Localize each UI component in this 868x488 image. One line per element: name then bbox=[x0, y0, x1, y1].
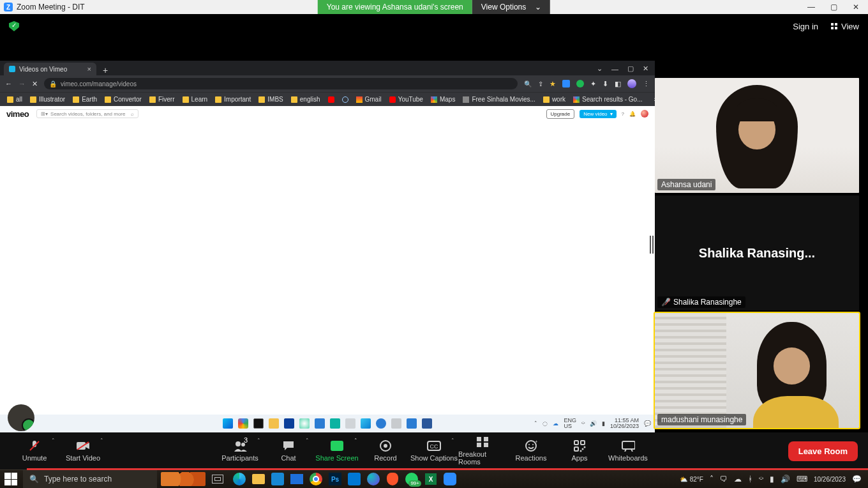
store-app-icon[interactable] bbox=[269, 472, 286, 486]
browser-close-button[interactable]: ✕ bbox=[643, 65, 648, 73]
whatsapp-app-icon[interactable]: 99+ bbox=[403, 472, 420, 486]
explorer-app-icon[interactable] bbox=[250, 472, 267, 486]
bookmark-fiverr[interactable]: Fiverr bbox=[147, 96, 177, 103]
bookmark-important[interactable]: Important bbox=[213, 96, 253, 103]
browser-menu-button[interactable]: ⋮ bbox=[643, 80, 650, 88]
vimeo-avatar[interactable] bbox=[641, 110, 648, 118]
task-view-button[interactable] bbox=[209, 472, 226, 486]
participants-button[interactable]: 3 ˄ Participants bbox=[216, 432, 264, 469]
bell-icon[interactable]: 🔔 bbox=[629, 111, 636, 117]
participants-caret-icon[interactable]: ˄ bbox=[257, 438, 260, 444]
ext-2-icon[interactable] bbox=[576, 80, 584, 88]
shared-tray-icon[interactable]: ◌ bbox=[542, 420, 548, 427]
onedrive-icon[interactable]: ☁ bbox=[734, 475, 742, 484]
browser-maximize-button[interactable]: ▢ bbox=[627, 65, 634, 73]
taskbar-date[interactable]: 10/26/2023 bbox=[814, 476, 846, 483]
breakout-rooms-button[interactable]: Breakout Rooms bbox=[458, 432, 507, 469]
brave-app-icon[interactable] bbox=[384, 472, 401, 486]
edge-app-icon[interactable] bbox=[231, 472, 248, 486]
bookmark-illustrator[interactable]: Illustrator bbox=[28, 96, 67, 103]
tab-close-button[interactable]: × bbox=[87, 65, 91, 73]
chat-caret-icon[interactable]: ˄ bbox=[306, 438, 309, 444]
chrome-app-icon[interactable] bbox=[308, 472, 324, 486]
shared-settings-icon[interactable] bbox=[391, 418, 401, 429]
weather-widget[interactable]: ⛅82°F bbox=[680, 476, 703, 483]
search-highlight-icon[interactable] bbox=[161, 472, 206, 486]
nav-stop-icon[interactable]: ✕ bbox=[32, 80, 38, 88]
download-icon[interactable]: ⬇ bbox=[602, 80, 608, 88]
bookmark-gmail[interactable]: Gmail bbox=[354, 96, 384, 103]
audio-options-caret-icon[interactable]: ˄ bbox=[52, 438, 55, 444]
new-video-button[interactable]: New video▾ bbox=[580, 110, 616, 118]
self-view-avatar[interactable] bbox=[8, 404, 34, 431]
shared-start-button[interactable] bbox=[223, 418, 233, 429]
side-panel-icon[interactable]: ◧ bbox=[615, 80, 621, 88]
shared-explorer-icon[interactable] bbox=[269, 418, 279, 429]
unmute-button[interactable]: ˄ Unmute bbox=[10, 432, 59, 469]
url-field[interactable]: 🔒 vimeo.com/manage/videos bbox=[44, 78, 518, 89]
bookmark-earth[interactable]: Earth bbox=[71, 96, 99, 103]
shared-app-icon[interactable] bbox=[345, 418, 355, 429]
browser-tab-active[interactable]: Videos on Vimeo × bbox=[4, 63, 96, 75]
bookmark-all[interactable]: all bbox=[5, 96, 24, 103]
vscode-app-icon[interactable] bbox=[346, 472, 363, 486]
photoshop-app-icon[interactable]: Ps bbox=[327, 472, 343, 486]
shared-store-icon[interactable] bbox=[284, 418, 294, 429]
video-options-caret-icon[interactable]: ˄ bbox=[100, 438, 103, 444]
start-button[interactable] bbox=[3, 472, 19, 486]
leave-room-button[interactable]: Leave Room bbox=[788, 441, 858, 461]
shared-word-icon[interactable] bbox=[422, 418, 432, 429]
sign-in-button[interactable]: Sign in bbox=[793, 22, 818, 31]
bookmark-maps[interactable]: Maps bbox=[429, 96, 457, 103]
bookmark-learn[interactable]: Learn bbox=[181, 96, 210, 103]
shared-app-icon[interactable] bbox=[330, 418, 340, 429]
bookmark-yt-icon[interactable] bbox=[326, 96, 336, 103]
captions-button[interactable]: ˄ CC Show Captions bbox=[410, 432, 458, 469]
encryption-shield-icon[interactable] bbox=[9, 21, 19, 31]
shared-edge-icon[interactable] bbox=[361, 418, 371, 429]
vimeo-search-input[interactable]: ⊞▾Search videos, folders, and more ⌕ bbox=[36, 109, 138, 118]
shared-onedrive-icon[interactable]: ☁ bbox=[553, 420, 558, 427]
notifications-icon[interactable]: 💬 bbox=[852, 475, 862, 484]
shared-app-icon[interactable] bbox=[407, 418, 417, 429]
nav-back-button[interactable]: ← bbox=[5, 80, 12, 88]
record-button[interactable]: Record bbox=[361, 432, 410, 469]
canva-app-icon[interactable] bbox=[365, 472, 382, 486]
tab-search-icon[interactable]: ⌄ bbox=[597, 65, 602, 73]
share-page-icon[interactable]: ⇪ bbox=[538, 80, 543, 88]
start-video-button[interactable]: ˄ Start Video bbox=[59, 432, 107, 469]
shared-battery-icon[interactable]: ▮ bbox=[602, 420, 605, 427]
captions-caret-icon[interactable]: ˄ bbox=[451, 438, 454, 444]
shared-mail-icon[interactable] bbox=[315, 418, 325, 429]
bookmark-imbs[interactable]: IMBS bbox=[257, 96, 285, 103]
shared-tray-chevron-icon[interactable]: ˄ bbox=[534, 420, 537, 427]
participant-tile-3[interactable]: madushani munasinghe bbox=[655, 313, 859, 428]
excel-app-icon[interactable]: X bbox=[423, 472, 439, 486]
shared-language-indicator[interactable]: ENGUS bbox=[564, 418, 576, 429]
wifi-icon[interactable]: ⌔ bbox=[759, 475, 763, 484]
bookmark-search-results[interactable]: Search results - Go... bbox=[571, 96, 644, 103]
meet-now-icon[interactable]: 🗨 bbox=[720, 475, 728, 484]
shared-app-icon[interactable] bbox=[299, 418, 310, 429]
extensions-icon[interactable]: ✦ bbox=[590, 80, 596, 88]
participant-tile-1[interactable]: Ashansa udani bbox=[655, 78, 859, 193]
view-options-button[interactable]: View Options ⌄ bbox=[472, 0, 550, 14]
language-icon[interactable]: ⌨ bbox=[797, 475, 807, 484]
mail-app-icon[interactable] bbox=[288, 472, 305, 486]
bookmark-work[interactable]: work bbox=[541, 96, 567, 103]
participant-tile-2[interactable]: Shalika Ranasing... 🎤̸ Shalika Ranasingh… bbox=[655, 195, 859, 310]
bookmark-star-icon[interactable]: ★ bbox=[550, 80, 556, 88]
reactions-button[interactable]: + Reactions bbox=[507, 432, 555, 469]
shared-notifications-icon[interactable]: 💬 bbox=[644, 420, 651, 427]
nav-forward-button[interactable]: → bbox=[19, 80, 26, 88]
bookmark-movies[interactable]: Free Sinhala Movies... bbox=[461, 96, 537, 103]
shared-volume-icon[interactable]: 🔊 bbox=[590, 420, 597, 427]
vimeo-logo[interactable]: vimeo bbox=[6, 109, 29, 119]
ext-1-icon[interactable] bbox=[562, 80, 570, 88]
shared-app-icon[interactable] bbox=[238, 418, 248, 429]
new-tab-button[interactable]: + bbox=[96, 65, 114, 75]
shared-app-icon[interactable] bbox=[253, 418, 264, 429]
share-screen-button[interactable]: ˄ Share Screen bbox=[313, 432, 361, 469]
zoom-app-icon[interactable] bbox=[442, 472, 458, 486]
bookmark-english[interactable]: english bbox=[289, 96, 322, 103]
